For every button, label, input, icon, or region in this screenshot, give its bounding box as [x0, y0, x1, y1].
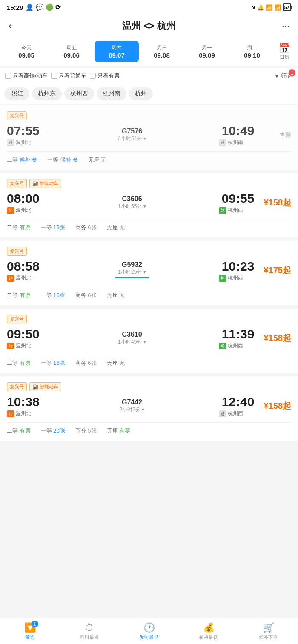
depart-badge-3: 始: [7, 343, 14, 349]
nav-earliest[interactable]: 🕐 发时最早: [119, 618, 179, 644]
fuxing-tag-2: 复兴号: [7, 247, 27, 256]
duration-2: 1小时25分 ▾: [45, 269, 219, 276]
arrive-time-3: 11:39: [219, 327, 257, 341]
train-tags-0: 复兴号: [7, 111, 291, 120]
seat-type-1-1: 一等: [41, 224, 54, 231]
smart-tag-4: 🚂 智能动车: [29, 382, 61, 391]
depart-0: 07:55 过 温州北: [7, 124, 45, 146]
seat-type-2-0: 二等: [7, 292, 20, 298]
train-list: 复兴号 07:55 过 温州北 G7576 2小时54分 ▾ 10:49 过 杭…: [0, 105, 298, 474]
station-tab-3[interactable]: 杭州南: [97, 87, 126, 100]
arrive-badge-2: 终: [219, 275, 226, 282]
depart-3: 09:50 始 温州北: [7, 327, 45, 349]
filter-highspeed[interactable]: 只看高铁/动车: [5, 72, 48, 80]
status-icons: 👤 💬 🟢 ⟳: [26, 3, 61, 11]
nav-filter-wrap: 🔽 1: [24, 622, 36, 633]
seat-avail-0-0: 候补: [20, 156, 31, 163]
station-tabs: i溪江 杭州东 杭州西 杭州南 杭州: [0, 84, 298, 104]
nav-cheapest[interactable]: 💰 价格最低: [179, 618, 238, 644]
filter-normal[interactable]: 只看普通车: [51, 72, 86, 80]
train-number-0: G7576: [45, 127, 219, 135]
seat-type-2-1: 一等: [41, 292, 54, 298]
seat-avail-4-2: 5张: [88, 427, 96, 434]
date-label-1: 09.06: [51, 52, 92, 59]
arrive-station-0: 过 杭州南: [219, 139, 257, 146]
available-checkbox[interactable]: [90, 73, 96, 79]
station-tab-4[interactable]: 杭州: [129, 87, 153, 100]
station-tab-0[interactable]: i溪江: [4, 87, 29, 100]
earliest-nav-icon: 🕐: [121, 622, 177, 633]
seat-avail-1-3: 无: [119, 224, 125, 231]
date-tab-1[interactable]: 周五 09.06: [49, 41, 94, 62]
seat-row-2: 二等 有票 一等 16张 商务 6张 无座 无: [7, 287, 291, 299]
train-middle-2: G5932 1小时25分 ▾: [45, 261, 219, 280]
date-tab-2[interactable]: 周六 09.07: [95, 41, 139, 62]
nav-waitlist-label: 候补下单: [240, 634, 296, 641]
date-tab-5[interactable]: 周二 09.10: [230, 41, 274, 62]
duration-0: 2小时54分 ▾: [45, 135, 219, 142]
price-label-4: ¥158起: [257, 400, 291, 412]
seat-type-4-1: 一等: [41, 427, 54, 434]
seat-avail-3-3: 无: [119, 360, 125, 366]
date-tab-3[interactable]: 周日 09.08: [140, 41, 184, 62]
calendar-button[interactable]: 📅 日历: [275, 43, 294, 61]
calendar-icon: 📅: [275, 43, 294, 54]
station-tab-1[interactable]: 杭州东: [32, 87, 62, 100]
depart-4: 10:38 始 温州北: [7, 395, 45, 417]
train-card-2[interactable]: 复兴号 08:58 始 温州北 G5932 1小时25分 ▾ 10:23 终 杭…: [0, 241, 298, 305]
date-label-4: 09.09: [186, 52, 227, 59]
train-card-1[interactable]: 复兴号 🚂 智能动车 08:00 始 温州北 C3606 1小时55分 ▾ 09…: [0, 173, 298, 237]
filter-available[interactable]: 只看有票: [90, 72, 120, 80]
seat-avail-3-2: 6张: [88, 360, 96, 366]
seat-avail-4-0: 有票: [20, 427, 31, 434]
train-card-4[interactable]: 复兴号 🚂 智能动车 10:38 始 温州北 G7442 2小时2分 ▾ 12:…: [0, 376, 298, 441]
nav-filter[interactable]: 🔽 1 筛选: [0, 618, 60, 644]
seat-avail-2-1: 16张: [53, 292, 65, 298]
seat-4-3: 无座 有票: [107, 427, 131, 435]
fuxing-tag-1: 复兴号: [7, 179, 27, 188]
seat-avail-3-1: 16张: [53, 360, 65, 366]
date-tab-4[interactable]: 周一 09.09: [185, 41, 229, 62]
fuxing-tag-4: 复兴号: [7, 382, 27, 391]
normal-label: 只看普通车: [59, 72, 86, 80]
train-main-4: 10:38 始 温州北 G7442 2小时2分 ▾ 12:40 过 杭州西 ¥1…: [7, 395, 291, 417]
depart-time-4: 10:38: [7, 395, 45, 409]
arrive-time-4: 12:40: [219, 395, 257, 409]
arrive-2: 10:23 终 杭州西: [219, 259, 257, 282]
train-card-3[interactable]: 复兴号 09:50 始 温州北 C3610 1小时49分 ▾ 11:39 终 杭…: [0, 309, 298, 373]
seat-plus-0-0[interactable]: ⊕: [32, 156, 37, 163]
day-label-0: 今天: [6, 44, 47, 52]
train-middle-1: C3606 1小时55分 ▾: [45, 195, 219, 210]
arrive-time-2: 10:23: [219, 259, 257, 274]
seat-3-0: 二等 有票: [7, 359, 31, 367]
date-tab-0[interactable]: 今天 09.05: [4, 41, 49, 62]
seat-1-3: 无座 无: [107, 224, 125, 231]
seat-plus-0-1[interactable]: ⊕: [73, 156, 78, 163]
highspeed-checkbox[interactable]: [5, 73, 11, 79]
seat-type-4-0: 二等: [7, 427, 20, 434]
station-tab-2[interactable]: 杭州西: [64, 87, 94, 100]
status-bar: 15:29 👤 💬 🟢 ⟳ N 🔔 📶 📶 57: [0, 0, 298, 14]
filter-button[interactable]: ▼ 筛选 1: [274, 72, 293, 80]
seat-type-3-0: 二等: [7, 360, 20, 366]
depart-time-2: 08:58: [7, 259, 45, 274]
back-button[interactable]: ‹: [9, 20, 26, 32]
nfc-icon: N: [251, 4, 255, 11]
nav-waitlist[interactable]: 🛒 候补下单: [238, 618, 298, 644]
train-card-0[interactable]: 复兴号 07:55 过 温州北 G7576 2小时54分 ▾ 10:49 过 杭…: [0, 105, 298, 170]
seat-2-0: 二等 有票: [7, 292, 31, 299]
day-label-4: 周一: [186, 44, 227, 52]
seat-4-2: 商务 5张: [75, 427, 97, 435]
day-label-2: 周六: [96, 44, 137, 52]
seat-avail-1-2: 6张: [88, 224, 96, 231]
more-button[interactable]: ···: [272, 20, 289, 32]
nav-shortest[interactable]: ⏱ 耗时最短: [60, 618, 119, 644]
arrive-station-3: 终 杭州西: [219, 342, 257, 349]
sold-label-0: 售罄: [257, 131, 291, 139]
seat-avail-2-0: 有票: [20, 292, 31, 298]
bottom-nav: 🔽 1 筛选 ⏱ 耗时最短 🕐 发时最早 💰 价格最低 🛒 候补下单: [0, 618, 298, 644]
arrive-station-1: 终 杭州西: [219, 207, 257, 214]
train-number-2: G5932: [45, 261, 219, 269]
seat-0-0: 二等 候补 ⊕: [7, 156, 37, 164]
normal-checkbox[interactable]: [51, 73, 57, 79]
